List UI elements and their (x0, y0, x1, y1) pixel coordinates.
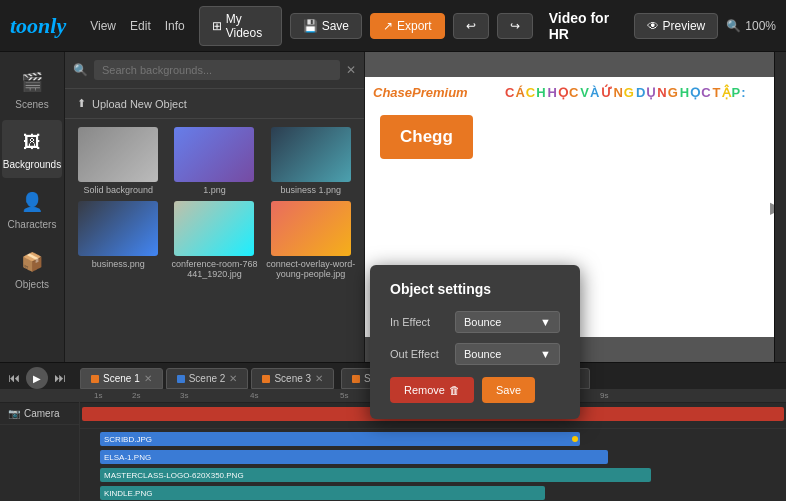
out-effect-chevron-icon: ▼ (540, 348, 551, 360)
tl-tab-scene2[interactable]: Scene 2 ✕ (166, 368, 249, 389)
skip-back-button[interactable]: ⏮ (6, 369, 22, 387)
bg-item-2[interactable]: business 1.png (266, 127, 356, 195)
track-scribd[interactable]: SCRIBD.JPG (100, 432, 580, 446)
content-tracks: SCRIBD.JPG ELSA-1.PNG MASTERCLASS-LOGO-6… (80, 429, 786, 501)
sidebar-item-characters[interactable]: 👤 Characters (2, 180, 62, 238)
upload-button[interactable]: ⬆ Upload New Object (65, 89, 364, 119)
bg-item-1[interactable]: 1.png (169, 127, 259, 195)
bg-item-solid[interactable]: Solid background (73, 127, 163, 195)
bg-thumb-3 (78, 201, 158, 256)
scene1-badge (91, 375, 99, 383)
zoom-out-icon: 🔍 (726, 19, 741, 33)
track-label-masterclass: MASTERCLASS-LOGO-620X350.PNG (104, 471, 244, 480)
canvas-watermark: ChasePremium (373, 85, 468, 100)
bg-label-solid: Solid background (83, 185, 153, 195)
ruler-5s: 5s (340, 391, 348, 400)
ruler-3s: 3s (180, 391, 188, 400)
undo-button[interactable]: ↩ (453, 13, 489, 39)
ruler-1s: 1s (94, 391, 102, 400)
tl-tab-scene1[interactable]: Scene 1 ✕ (80, 368, 163, 389)
in-effect-chevron-icon: ▼ (540, 316, 551, 328)
tab-close-scene1[interactable]: ✕ (144, 373, 152, 384)
bg-item-4[interactable]: conference-room-768441_1920.jpg (169, 201, 259, 279)
track-label-elsa: ELSA-1.PNG (104, 453, 151, 462)
dialog-actions: Remove 🗑 Save (390, 377, 560, 403)
search-input[interactable] (94, 60, 340, 80)
eye-icon: 👁 (647, 19, 659, 33)
sidebar-item-backgrounds[interactable]: 🖼 Backgrounds (2, 120, 62, 178)
track-masterclass[interactable]: MASTERCLASS-LOGO-620X350.PNG (100, 468, 651, 482)
redo-icon: ↪ (510, 19, 520, 33)
save-icon: 💾 (303, 19, 318, 33)
export-icon: ↗ (383, 19, 393, 33)
backgrounds-icon: 🖼 (18, 128, 46, 156)
bg-item-5[interactable]: connect-overlay-word-young-people.jpg (266, 201, 356, 279)
bg-thumb-4 (174, 201, 254, 256)
track-elsa[interactable]: ELSA-1.PNG (100, 450, 608, 464)
tab-close-scene2[interactable]: ✕ (229, 373, 237, 384)
preview-button[interactable]: 👁 Preview (634, 13, 719, 39)
video-title: Video for HR (549, 10, 618, 42)
track-kindle[interactable]: KINDLE.PNG (100, 486, 545, 500)
scenes-icon: 🎬 (18, 68, 46, 96)
sidebar-item-objects[interactable]: 📦 Objects (2, 240, 62, 298)
search-bar: 🔍 ✕ (65, 52, 364, 89)
save-button[interactable]: 💾 Save (290, 13, 362, 39)
search-clear-icon[interactable]: ✕ (346, 63, 356, 77)
dialog-title: Object settings (390, 281, 560, 297)
camera-label: Camera (24, 408, 60, 419)
camera-label-row: 📷 Camera (0, 403, 79, 425)
in-effect-label: In Effect (390, 316, 455, 328)
in-effect-select[interactable]: Bounce ▼ (455, 311, 560, 333)
characters-icon: 👤 (18, 188, 46, 216)
backgrounds-grid: Solid background 1.png business 1.png bu… (65, 119, 364, 287)
sidebar-item-scenes[interactable]: 🎬 Scenes (2, 60, 62, 118)
ruler-4s: 4s (250, 391, 258, 400)
bg-thumb-1 (174, 127, 254, 182)
bg-label-2: business 1.png (281, 185, 342, 195)
sidebar-label-objects: Objects (15, 279, 49, 290)
skip-forward-button[interactable]: ⏭ (52, 369, 68, 387)
canvas-right-arrow[interactable]: ▶ (770, 198, 774, 217)
redo-button[interactable]: ↪ (497, 13, 533, 39)
timeline-labels: 📷 Camera (0, 389, 80, 501)
out-effect-select[interactable]: Bounce ▼ (455, 343, 560, 365)
trash-icon: 🗑 (449, 384, 460, 396)
canvas-header-text: CÁCH HỌC VÀ ỨNG DỤNG HỌC TẬP: (505, 85, 764, 100)
bg-label-4: conference-room-768441_1920.jpg (169, 259, 259, 279)
bg-item-3[interactable]: business.png (73, 201, 163, 279)
ruler-2s: 2s (132, 391, 140, 400)
bg-label-1: 1.png (203, 185, 226, 195)
search-icon: 🔍 (73, 63, 88, 77)
zoom-control[interactable]: 🔍 100% (726, 19, 776, 33)
in-effect-row: In Effect Bounce ▼ (390, 311, 560, 333)
undo-icon: ↩ (466, 19, 476, 33)
save-object-button[interactable]: Save (482, 377, 535, 403)
in-effect-value: Bounce (464, 316, 501, 328)
grid-icon: ⊞ (212, 19, 222, 33)
upload-icon: ⬆ (77, 97, 86, 110)
timeline-transport: ⏮ ▶ ⏭ (0, 367, 80, 389)
tab-close-scene3[interactable]: ✕ (315, 373, 323, 384)
app-logo: toonly (10, 13, 66, 39)
menu-info[interactable]: Info (159, 17, 191, 35)
out-effect-value: Bounce (464, 348, 501, 360)
objects-icon: 📦 (18, 248, 46, 276)
tl-tab-scene3[interactable]: Scene 3 ✕ (251, 368, 334, 389)
bg-thumb-solid (78, 127, 158, 182)
track-label-scribd: SCRIBD.JPG (104, 435, 152, 444)
sidebar-label-backgrounds: Backgrounds (3, 159, 61, 170)
bg-label-5: connect-overlay-word-young-people.jpg (266, 259, 356, 279)
play-button[interactable]: ▶ (26, 367, 48, 389)
sidebar-label-characters: Characters (8, 219, 57, 230)
track-handle-scribd[interactable] (572, 436, 578, 442)
remove-button[interactable]: Remove 🗑 (390, 377, 474, 403)
menu-edit[interactable]: Edit (124, 17, 157, 35)
scene3-badge (262, 375, 270, 383)
save-label: Save (496, 384, 521, 396)
backgrounds-panel: 🔍 ✕ ⬆ Upload New Object Solid background… (65, 52, 365, 362)
menu-bar: View Edit Info (84, 17, 191, 35)
my-videos-button[interactable]: ⊞ My Videos (199, 6, 282, 46)
menu-view[interactable]: View (84, 17, 122, 35)
export-button[interactable]: ↗ Export (370, 13, 445, 39)
